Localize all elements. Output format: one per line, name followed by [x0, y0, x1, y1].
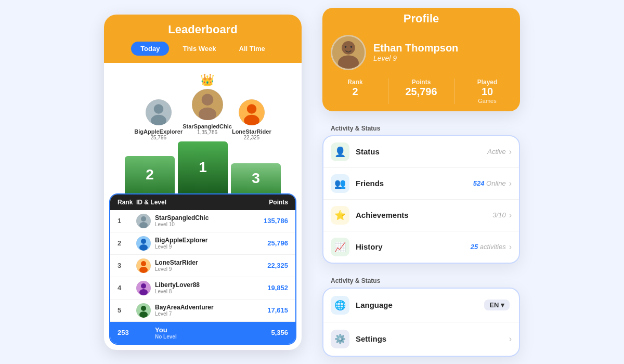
- profile-avatar: [331, 35, 366, 70]
- svg-point-1: [153, 104, 163, 114]
- podium-score-first: 1,35,786: [197, 129, 217, 135]
- activity-section: 👤 Status Active › 👥 Friends 524 Online ›…: [322, 135, 520, 264]
- stat-played: Played 10 Games: [454, 79, 520, 104]
- svg-point-11: [139, 222, 148, 228]
- leaderboard-footer: 253 You No Level 5,356: [110, 322, 295, 344]
- activity-friends[interactable]: 👥 Friends 524 Online ›: [323, 168, 519, 200]
- podium-bars: 2 1 3: [109, 141, 296, 193]
- svg-point-19: [141, 283, 146, 289]
- history-icon: 📈: [331, 238, 349, 256]
- profile-card-header: Profile: [322, 8, 520, 28]
- row-avatar-5: [136, 303, 151, 318]
- podium-area: BigAppleExplorer 25,796 👑 StarSpangle: [104, 63, 302, 193]
- col-header-pts: Points: [252, 199, 288, 206]
- chevron-icon: ›: [509, 179, 512, 188]
- podium-first: 👑 StarSpangledChic 1,35,786: [183, 73, 232, 135]
- activity-history[interactable]: 📈 History 25 activities ›: [323, 231, 519, 263]
- settings-section: 🌐 Language EN ▾ ⚙️ Settings ›: [322, 288, 520, 357]
- friends-icon: 👥: [331, 174, 349, 193]
- svg-point-22: [141, 306, 146, 311]
- bar-first: 1: [178, 141, 228, 193]
- chevron-icon: ›: [509, 211, 512, 220]
- activity-name-history: History: [356, 242, 471, 251]
- activity-section-label: Activity & Status: [322, 120, 520, 135]
- svg-point-16: [141, 261, 146, 266]
- footer-rank: 253: [118, 329, 136, 336]
- table-row[interactable]: 4 LibertyLover88 Level 8 19,852: [110, 277, 295, 300]
- chevron-icon: ›: [509, 242, 512, 252]
- language-icon: 🌐: [331, 296, 349, 315]
- settings-settings[interactable]: ⚙️ Settings ›: [323, 322, 519, 356]
- settings-language[interactable]: 🌐 Language EN ▾: [323, 289, 519, 322]
- leaderboard-header: Leaderboard Today This Week All Time: [104, 15, 302, 63]
- svg-point-13: [141, 239, 146, 244]
- tab-this-week[interactable]: This Week: [173, 42, 225, 56]
- tab-all-time[interactable]: All Time: [230, 42, 275, 56]
- podium-avatars: BigAppleExplorer 25,796 👑 StarSpangle: [109, 68, 296, 137]
- col-header-id: ID & Level: [136, 199, 252, 206]
- podium-name-third: LoneStarRider: [232, 128, 271, 135]
- col-header-rank: Rank: [118, 199, 136, 206]
- settings-section-label: Activity & Status: [322, 272, 520, 288]
- leaderboard-table: Rank ID & Level Points 1 StarSpangledChi…: [109, 193, 296, 345]
- svg-point-4: [201, 94, 213, 106]
- bar-second: 2: [125, 156, 175, 193]
- leaderboard-title: Leaderboard: [114, 23, 291, 36]
- bar-third: 3: [231, 163, 281, 193]
- profile-user-row: Ethan Thompson Level 9: [322, 28, 520, 79]
- avatar-first: [191, 88, 224, 121]
- row-avatar-2: [136, 236, 151, 251]
- podium-score-third: 22,325: [244, 135, 260, 140]
- podium-score-second: 25,796: [150, 135, 166, 140]
- svg-point-28: [350, 46, 353, 48]
- svg-point-10: [141, 216, 146, 222]
- language-badge: EN ▾: [484, 300, 510, 310]
- activity-name-achievements: Achievements: [356, 211, 492, 219]
- profile-title: Profile: [331, 12, 512, 25]
- crown-icon: 👑: [200, 73, 214, 87]
- profile-stats: Rank 2 Points 25,796 Played 10 Games: [322, 79, 520, 111]
- svg-point-7: [247, 104, 257, 114]
- chevron-icon: ›: [509, 334, 512, 344]
- activity-name-status: Status: [356, 147, 487, 156]
- stat-rank: Rank 2: [322, 79, 388, 104]
- podium-name-first: StarSpangledChic: [183, 123, 232, 129]
- status-icon: 👤: [331, 142, 349, 161]
- activity-value-history: 25 activities: [471, 243, 506, 251]
- svg-point-14: [139, 244, 148, 251]
- footer-pts: 5,356: [271, 329, 288, 336]
- table-header: Rank ID & Level Points: [110, 194, 295, 210]
- svg-point-27: [345, 46, 347, 48]
- table-row[interactable]: 5 BayAreaAdventurer Level 7 17,615: [110, 300, 295, 322]
- avatar-second: [145, 98, 173, 126]
- profile-level: Level 9: [373, 54, 458, 62]
- podium-name-second: BigAppleExplorer: [134, 128, 183, 135]
- profile-user-info: Ethan Thompson Level 9: [373, 42, 458, 62]
- activity-name-friends: Friends: [356, 179, 473, 188]
- tab-today[interactable]: Today: [131, 42, 169, 56]
- profile-card: Profile Ethan Thompson Level 9: [322, 8, 520, 111]
- profile-panel: Profile Ethan Thompson Level 9: [322, 8, 520, 357]
- achievements-icon: ⭐: [331, 206, 349, 225]
- svg-point-23: [139, 311, 148, 318]
- podium-third: LoneStarRider 22,325: [232, 98, 271, 140]
- activity-value-status: Active: [487, 148, 505, 155]
- svg-point-26: [338, 55, 359, 70]
- podium-second: BigAppleExplorer 25,796: [134, 98, 183, 140]
- activity-section-wrapper: Activity & Status 👤 Status Active › 👥 Fr…: [322, 120, 520, 264]
- svg-point-17: [139, 267, 148, 273]
- stat-points: Points 25,796: [388, 79, 454, 104]
- profile-name: Ethan Thompson: [373, 42, 458, 54]
- row-avatar-4: [136, 281, 151, 295]
- activity-status[interactable]: 👤 Status Active ›: [323, 136, 519, 168]
- svg-point-20: [139, 289, 148, 295]
- settings-name-language: Language: [356, 301, 484, 309]
- activity-achievements[interactable]: ⭐ Achievements 3/10 ›: [323, 200, 519, 231]
- activity-value-friends: 524 Online: [473, 179, 506, 187]
- table-row[interactable]: 2 BigAppleExplorer Level 9 25,796: [110, 232, 295, 255]
- table-row[interactable]: 1 StarSpangledChic Level 10 135,786: [110, 210, 295, 232]
- settings-gear-icon: ⚙️: [331, 330, 349, 348]
- table-row[interactable]: 3 LoneStarRider Level 9 22,325: [110, 255, 295, 277]
- activity-value-achievements: 3/10: [492, 211, 505, 219]
- footer-label: You No Level: [136, 326, 271, 340]
